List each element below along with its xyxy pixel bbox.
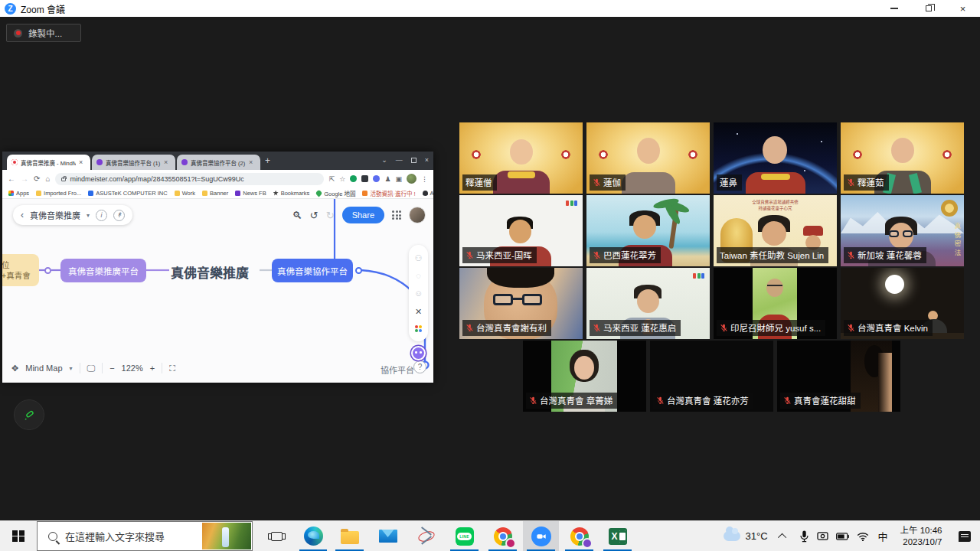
taskbar-file-explorer-button[interactable] [332, 521, 368, 551]
participant-tile[interactable]: 釋蓮茹 [841, 122, 964, 194]
layout-icon[interactable]: ✥ [11, 364, 18, 373]
profile-avatar[interactable] [407, 174, 416, 184]
taskbar-line-button[interactable]: LINE [446, 521, 482, 551]
bookmark-item[interactable]: Google 地圖 [316, 189, 355, 197]
bookmark-item[interactable]: 活動資訊·進行中 ! [362, 189, 415, 197]
close-button[interactable]: × [946, 0, 980, 17]
participant-tile[interactable]: 蓮鼻 [714, 122, 837, 194]
recording-indicator[interactable]: 錄製中... [6, 24, 81, 42]
tab-close-icon[interactable] [164, 159, 171, 166]
forward-icon[interactable]: → [21, 175, 28, 183]
tray-battery[interactable] [832, 521, 853, 551]
mindmap-node-partial[interactable]: 位 +真青會 [2, 254, 39, 286]
mindmap-node-promo-platform[interactable]: 真佛音樂推廣平台 [60, 259, 146, 282]
share-page-icon[interactable]: ⇱ [329, 175, 335, 183]
reload-icon[interactable]: ⟳ [34, 175, 40, 183]
chevron-down-icon[interactable]: ▾ [87, 212, 90, 219]
annotate-button[interactable] [14, 399, 44, 430]
zoom-level[interactable]: 122% [122, 364, 143, 373]
taskbar-excel-button[interactable]: X [599, 521, 635, 551]
focus-mode-icon[interactable]: ✕ [415, 308, 422, 316]
mindmap-node-collab-platform[interactable]: 真佛音樂協作平台 [272, 259, 353, 282]
view-mode-label[interactable]: Mind Map [25, 364, 62, 373]
address-bar[interactable]: mindmeister.com/app/map/2843550851?t=Sug… [55, 173, 323, 185]
participant-tile[interactable]: 真佛密法 新加坡 蓮花馨蓉 [841, 195, 964, 266]
start-button[interactable] [0, 521, 37, 551]
zoom-out-icon[interactable] [109, 364, 114, 373]
bookmark-item[interactable]: ASUSTeK COMPUTER INC [88, 190, 167, 197]
share-button[interactable]: Share [342, 207, 384, 223]
tray-expand-button[interactable] [772, 521, 795, 551]
search-highlight-image[interactable] [202, 523, 251, 549]
help-button[interactable] [413, 360, 426, 373]
mindmap-node-corner[interactable]: 協作平台 [381, 364, 414, 376]
tray-mic[interactable] [795, 521, 813, 551]
weather-widget[interactable]: 31°C [720, 521, 772, 551]
participant-tile[interactable]: 巴西蓮花翠芳 [586, 195, 710, 266]
mindmap-canvas[interactable]: ‹ 真佛音樂推廣 ▾ i ↟ 🔍︎ ↺ ↻ Share 位 +真青會 真佛音樂推… [2, 199, 433, 383]
taskbar-chrome-button-2[interactable] [561, 521, 597, 551]
bookmark-item[interactable]: Work [175, 190, 195, 197]
tab-close-icon[interactable] [79, 159, 86, 166]
zoom-in-icon[interactable] [150, 364, 155, 373]
search-icon[interactable]: 🔍︎ [292, 210, 302, 221]
restore-button[interactable] [911, 0, 946, 17]
extensions-puzzle-icon[interactable]: ♟ [384, 175, 390, 183]
participant-tile[interactable]: 马来西亚 蓮花惠启 [586, 268, 710, 339]
tab-search-icon[interactable]: ⌄ [381, 156, 387, 164]
browser-tab-2[interactable]: 真佛音樂協作平台 (1) [92, 155, 175, 170]
fullscreen-icon[interactable]: ⛶ [169, 364, 175, 373]
clock[interactable]: 上午 10:46 2023/10/7 [893, 521, 949, 551]
participant-tile[interactable]: 印尼召財師兄 yusuf s... [714, 268, 837, 339]
browser-close-icon[interactable]: × [425, 156, 429, 164]
comments-icon[interactable]: ◌ [416, 272, 421, 280]
new-tab-button[interactable] [265, 155, 270, 166]
side-panel-icon[interactable]: ▣ [395, 175, 402, 183]
extension-icon-green[interactable] [350, 175, 357, 182]
taskbar-snipping-button[interactable] [408, 521, 444, 551]
connector-dot[interactable] [355, 267, 362, 274]
participant-tile[interactable]: 台灣真青會 蓮花亦芳 [650, 341, 773, 412]
taskbar-edge-button[interactable] [296, 521, 331, 551]
participant-tile[interactable]: 釋蓮僧 [459, 122, 583, 194]
mindmap-root-node[interactable]: 真佛音樂推廣 [171, 262, 249, 282]
participant-tile[interactable]: 台灣真青會 Kelvin [841, 268, 964, 339]
participant-tile[interactable]: 台灣真青會謝有利 [459, 268, 583, 339]
participant-tile[interactable]: 马来西亚-国晖 [459, 195, 583, 266]
action-center-button[interactable] [949, 521, 980, 551]
apps-grid-icon[interactable] [392, 210, 401, 220]
redo-icon[interactable]: ↻ [326, 210, 335, 221]
taskbar-mail-button[interactable] [370, 521, 406, 551]
bookmark-item[interactable]: Apple [423, 190, 433, 197]
browser-restore-icon[interactable] [411, 158, 416, 163]
bookmark-item[interactable]: News FB [235, 190, 266, 197]
reactions-icon[interactable]: ☺ [414, 289, 423, 298]
info-icon[interactable]: i [96, 210, 107, 221]
connector-dot[interactable] [44, 267, 51, 274]
menu-dots-icon[interactable]: ⋮ [421, 175, 428, 183]
bookmark-item[interactable]: Apps [8, 190, 29, 197]
tray-wifi[interactable] [853, 521, 873, 551]
cloud-upload-icon[interactable]: ↟ [113, 210, 125, 221]
account-avatar[interactable] [409, 207, 426, 223]
back-chevron-icon[interactable]: ‹ [21, 210, 24, 220]
extension-icon-blue[interactable] [373, 175, 380, 182]
taskbar-chrome-button-1[interactable] [485, 521, 521, 551]
home-icon[interactable]: ⌂ [45, 175, 50, 183]
participant-tile[interactable]: 全球真佛宗道場誦經共修 持誦蓮花童子心咒 Taiwan 素任助教 Sujen L… [714, 195, 837, 266]
browser-tab-1[interactable]: 真佛音樂推廣 - MindMeister Mind Map [7, 155, 90, 170]
bookmark-star-icon[interactable]: ☆ [339, 175, 345, 183]
mindmap-title-pill[interactable]: ‹ 真佛音樂推廣 ▾ i ↟ [13, 205, 132, 225]
chevron-down-icon[interactable]: ▾ [70, 365, 73, 372]
taskbar-zoom-button[interactable] [523, 521, 559, 551]
tray-recorder[interactable] [813, 521, 832, 551]
theme-icon[interactable] [415, 325, 422, 332]
back-icon[interactable]: ← [8, 175, 15, 183]
browser-tab-3[interactable]: 真佛音樂協作平台 (2) [177, 155, 260, 170]
collaborators-icon[interactable]: ⚇ [415, 254, 423, 262]
bookmark-item[interactable]: Imported Fro... [36, 190, 81, 197]
bookmark-item[interactable]: Bookmarks [273, 190, 310, 197]
task-view-button[interactable] [259, 521, 294, 551]
ime-indicator[interactable]: 中 [873, 521, 893, 551]
participant-tile[interactable]: 台灣真青會 章菁娣 [523, 341, 646, 412]
